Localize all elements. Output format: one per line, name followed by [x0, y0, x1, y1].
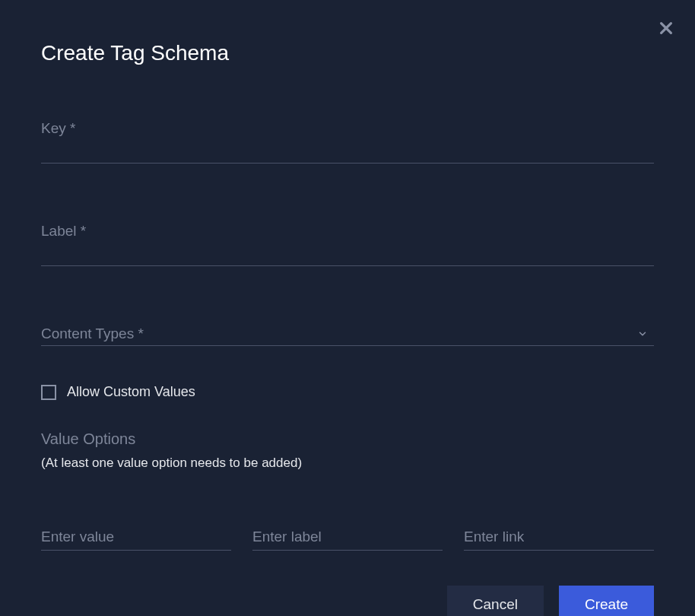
value-link-input[interactable]: [464, 524, 654, 551]
value-options-heading: Value Options: [41, 430, 654, 448]
button-row: Cancel Create: [41, 586, 654, 616]
label-field: Label *: [41, 223, 654, 266]
label-input[interactable]: [41, 243, 654, 266]
content-types-field: Content Types *: [41, 325, 654, 346]
create-tag-schema-modal: Create Tag Schema Key * Label * Content …: [0, 0, 695, 616]
key-field: Key *: [41, 120, 654, 164]
value-options-hint: (At least one value option needs to be a…: [41, 456, 654, 471]
close-icon: [658, 20, 674, 39]
key-input[interactable]: [41, 140, 654, 164]
chevron-down-icon: [637, 329, 648, 342]
allow-custom-label[interactable]: Allow Custom Values: [67, 384, 195, 400]
close-button[interactable]: [654, 17, 678, 41]
modal-title: Create Tag Schema: [41, 41, 654, 65]
value-label-input[interactable]: [252, 524, 443, 551]
key-label: Key *: [41, 120, 654, 137]
allow-custom-checkbox[interactable]: [41, 385, 56, 400]
cancel-button[interactable]: Cancel: [447, 586, 544, 616]
value-input[interactable]: [41, 524, 231, 551]
label-label: Label *: [41, 223, 654, 240]
value-option-row: [41, 524, 654, 551]
allow-custom-row: Allow Custom Values: [41, 384, 654, 400]
content-types-select[interactable]: Content Types *: [41, 325, 654, 346]
create-button[interactable]: Create: [559, 586, 654, 616]
content-types-label: Content Types *: [41, 325, 144, 341]
